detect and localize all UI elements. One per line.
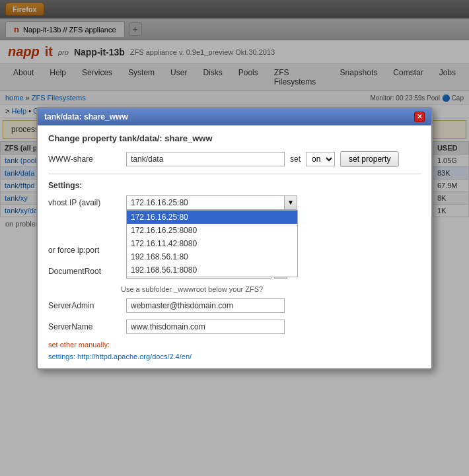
set-select[interactable]: on off xyxy=(306,152,335,166)
wwwshare-label: WWW-share xyxy=(48,154,121,164)
wwwshare-row: WWW-share set on off set property xyxy=(48,151,421,167)
dropdown-item[interactable]: 192.168.56.1:80 xyxy=(127,250,297,263)
modal-title: tank/data: share_www xyxy=(44,112,128,121)
dropdown-arrow-button[interactable]: ▼ xyxy=(284,195,297,210)
modal-form-title: Change property tank/data/: share_www xyxy=(48,133,421,143)
serveradmin-input[interactable] xyxy=(126,298,285,313)
serveradmin-label: ServerAdmin xyxy=(48,301,121,310)
settings-note[interactable]: settings: http://httpd.apache.org/docs/2… xyxy=(48,353,421,360)
vhost-ip-row: vhost IP (avail) ▼ 172.16.16.25:80 172.1… xyxy=(48,195,421,210)
dropdown-item[interactable]: 192.168.56.1:8080 xyxy=(127,263,297,277)
wwwshare-input[interactable] xyxy=(126,152,285,166)
dropdown-input-row: ▼ xyxy=(126,195,298,210)
docroot-label: DocumentRoot xyxy=(48,267,121,276)
settings-section: Settings: vhost IP (avail) ▼ 172.16.16.2… xyxy=(48,174,421,360)
force-ip-label: or force ip:port xyxy=(48,246,121,255)
set-property-button[interactable]: set property xyxy=(340,151,399,167)
dropdown-item[interactable]: 172.16.16.25:8080 xyxy=(127,224,297,237)
settings-label: Settings: xyxy=(48,181,421,190)
servername-input[interactable] xyxy=(126,320,285,334)
subfolder-note: Use a subfolder _wwwroot below your ZFS? xyxy=(121,285,421,293)
set-other-link[interactable]: set other manually: xyxy=(48,341,421,349)
dropdown-item[interactable]: 172.16.16.25:80 xyxy=(127,211,297,224)
modal-titlebar: tank/data: share_www ✕ xyxy=(38,108,431,125)
vhost-ip-label: vhost IP (avail) xyxy=(48,198,121,207)
set-label: set xyxy=(290,154,301,164)
modal-close-button[interactable]: ✕ xyxy=(414,112,425,122)
modal-dialog: tank/data: share_www ✕ Change property t… xyxy=(36,107,433,370)
vhost-ip-input[interactable] xyxy=(126,195,285,210)
vhost-ip-dropdown: ▼ 172.16.16.25:80 172.16.16.25:8080 172.… xyxy=(126,195,298,210)
dropdown-item[interactable]: 172.16.11.42:8080 xyxy=(127,237,297,250)
dropdown-list: 172.16.16.25:80 172.16.16.25:8080 172.16… xyxy=(126,210,298,277)
modal-body: Change property tank/data/: share_www WW… xyxy=(38,125,431,368)
serveradmin-row: ServerAdmin xyxy=(48,298,421,313)
modal-overlay: tank/data: share_www ✕ Change property t… xyxy=(0,0,469,476)
servername-label: ServerName xyxy=(48,322,121,331)
servername-row: ServerName xyxy=(48,320,421,334)
